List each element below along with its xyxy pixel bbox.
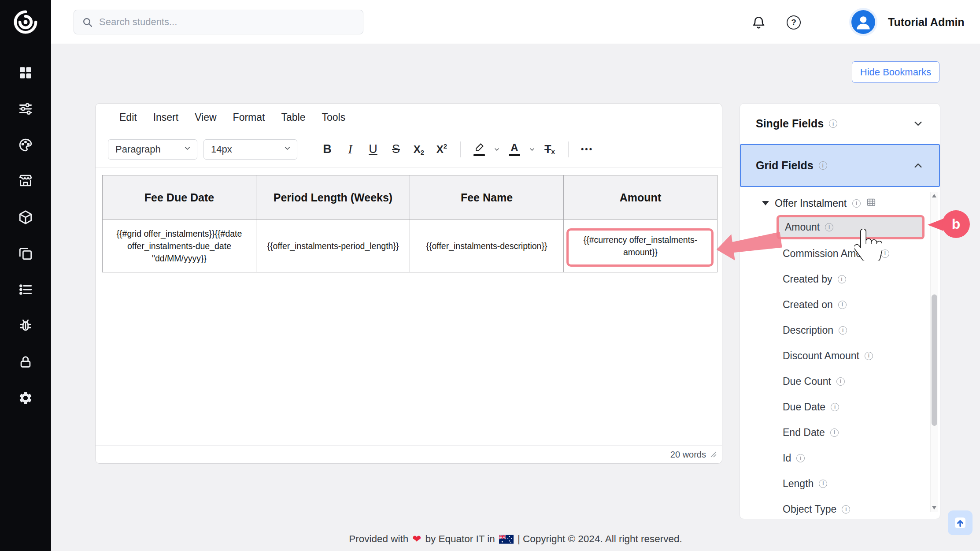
info-icon[interactable] bbox=[819, 161, 827, 170]
editor-toolbar: Paragraph 14px B I U S X2 X2 A bbox=[96, 131, 722, 168]
field-item-id[interactable]: Id bbox=[740, 445, 940, 471]
menu-insert[interactable]: Insert bbox=[153, 112, 179, 123]
avatar[interactable] bbox=[849, 8, 877, 36]
template-table[interactable]: Fee Due Date Period Length (Weeks) Fee N… bbox=[102, 175, 717, 272]
menu-table[interactable]: Table bbox=[281, 112, 305, 123]
resize-grip-icon[interactable] bbox=[710, 451, 717, 458]
sidebar-item-settings-sliders[interactable] bbox=[17, 101, 34, 117]
highlight-color-chevron[interactable] bbox=[491, 138, 503, 161]
sidebar bbox=[0, 0, 51, 551]
info-icon[interactable] bbox=[796, 454, 805, 462]
bell-icon bbox=[751, 15, 766, 30]
grid-fields-header[interactable]: Grid Fields bbox=[740, 144, 940, 187]
scroll-top-button[interactable] bbox=[948, 510, 973, 535]
help-button[interactable] bbox=[785, 14, 802, 31]
field-item-object-type[interactable]: Object Type bbox=[740, 496, 940, 519]
field-item-description[interactable]: Description bbox=[740, 317, 940, 343]
field-item-created-by[interactable]: Created by bbox=[740, 266, 940, 292]
info-icon[interactable] bbox=[852, 199, 861, 208]
superscript-button[interactable]: X2 bbox=[430, 138, 453, 161]
highlight-color-button[interactable] bbox=[468, 138, 491, 161]
italic-button[interactable]: I bbox=[339, 138, 362, 161]
info-icon[interactable] bbox=[842, 505, 850, 514]
list-icon bbox=[18, 282, 33, 297]
cell-fee-name[interactable]: {{offer_instalments-description}} bbox=[410, 220, 564, 272]
toolbar-divider bbox=[460, 141, 461, 157]
notifications-button[interactable] bbox=[750, 14, 767, 31]
sidebar-item-debug[interactable] bbox=[17, 317, 34, 334]
menu-tools[interactable]: Tools bbox=[322, 112, 345, 123]
search-input[interactable] bbox=[99, 16, 355, 28]
sidebar-item-security[interactable] bbox=[17, 354, 34, 370]
info-icon[interactable] bbox=[825, 223, 833, 231]
field-item-due-count[interactable]: Due Count bbox=[740, 369, 940, 394]
info-icon[interactable] bbox=[819, 480, 827, 488]
field-item-amount[interactable]: Amount bbox=[777, 215, 925, 239]
more-tools-button[interactable]: ••• bbox=[576, 138, 599, 161]
highlighter-icon bbox=[474, 142, 484, 153]
strikethrough-button[interactable]: S bbox=[385, 138, 407, 161]
menu-format[interactable]: Format bbox=[233, 112, 265, 123]
text-color-button[interactable]: A bbox=[503, 138, 526, 161]
info-icon[interactable] bbox=[836, 377, 845, 386]
clear-formatting-button[interactable]: T x bbox=[538, 138, 561, 161]
clear-formatting-base: T bbox=[544, 143, 551, 156]
sidebar-item-products[interactable] bbox=[17, 209, 34, 226]
menu-view[interactable]: View bbox=[195, 112, 216, 123]
sidebar-item-lists[interactable] bbox=[17, 281, 34, 298]
info-icon[interactable] bbox=[881, 249, 889, 258]
font-size-select[interactable]: 14px bbox=[203, 139, 297, 160]
info-icon[interactable] bbox=[865, 352, 873, 360]
info-icon[interactable] bbox=[831, 403, 839, 411]
highlight-color-swatch bbox=[473, 154, 485, 156]
scrollbar-thumb[interactable] bbox=[932, 294, 937, 426]
scrollbar-up-arrow[interactable] bbox=[932, 194, 936, 197]
sidebar-item-store[interactable] bbox=[17, 173, 34, 190]
sidebar-item-templates[interactable] bbox=[17, 245, 34, 262]
info-icon[interactable] bbox=[838, 275, 846, 283]
chevron-down-icon bbox=[183, 144, 192, 155]
cell-fee-due-date[interactable]: {{#grid offer_instalments}}{{#date offer… bbox=[103, 220, 256, 272]
annotation-badge-tail bbox=[928, 219, 943, 231]
info-icon[interactable] bbox=[839, 326, 847, 335]
field-item-label: Due Count bbox=[783, 376, 831, 387]
field-item-end-date[interactable]: End Date bbox=[740, 420, 940, 445]
bug-icon bbox=[18, 318, 33, 333]
field-item-commission-amount[interactable]: Commission Amount bbox=[740, 241, 940, 266]
cell-amount[interactable]: {{#currency offer_instalments-amount}} bbox=[564, 220, 717, 272]
info-icon[interactable] bbox=[830, 428, 839, 437]
group-offer-instalment[interactable]: Offer Instalment bbox=[740, 193, 940, 213]
single-fields-header[interactable]: Single Fields bbox=[740, 104, 940, 144]
rich-text-editor: Edit Insert View Format Table Tools Para… bbox=[95, 103, 722, 464]
info-icon[interactable] bbox=[838, 301, 847, 309]
block-format-select[interactable]: Paragraph bbox=[108, 139, 197, 160]
field-item-due-date[interactable]: Due Date bbox=[740, 394, 940, 420]
chevron-down-icon bbox=[912, 118, 924, 130]
text-color-chevron[interactable] bbox=[526, 138, 538, 161]
field-item-label: Created by bbox=[783, 273, 832, 285]
scrollbar-down-arrow[interactable] bbox=[932, 506, 936, 510]
header-amount[interactable]: Amount bbox=[564, 175, 717, 220]
grid-table-icon bbox=[866, 197, 876, 209]
sidebar-item-theme[interactable] bbox=[17, 137, 34, 153]
header-fee-due-date[interactable]: Fee Due Date bbox=[103, 175, 256, 220]
header-period-length[interactable]: Period Length (Weeks) bbox=[256, 175, 410, 220]
sidebar-item-dashboard[interactable] bbox=[17, 64, 34, 81]
subscript-button[interactable]: X2 bbox=[407, 138, 430, 161]
field-item-length[interactable]: Length bbox=[740, 471, 940, 496]
cell-period-length[interactable]: {{offer_instalments-period_length}} bbox=[256, 220, 410, 272]
menu-edit[interactable]: Edit bbox=[119, 112, 137, 123]
underline-button[interactable]: U bbox=[362, 138, 385, 161]
hide-bookmarks-button[interactable]: Hide Bookmarks bbox=[852, 61, 939, 83]
app-logo[interactable] bbox=[0, 0, 51, 44]
field-item-created-on[interactable]: Created on bbox=[740, 292, 940, 317]
sidebar-item-settings[interactable] bbox=[17, 390, 34, 406]
bold-button[interactable]: B bbox=[316, 138, 339, 161]
grid-fields-label: Grid Fields bbox=[756, 159, 814, 172]
editor-menubar: Edit Insert View Format Table Tools bbox=[96, 104, 722, 131]
info-icon[interactable] bbox=[829, 119, 837, 128]
panel-scrollbar[interactable] bbox=[930, 192, 938, 512]
header-fee-name[interactable]: Fee Name bbox=[410, 175, 564, 220]
field-item-discount-amount[interactable]: Discount Amount bbox=[740, 343, 940, 369]
caret-down-icon[interactable] bbox=[762, 201, 769, 205]
